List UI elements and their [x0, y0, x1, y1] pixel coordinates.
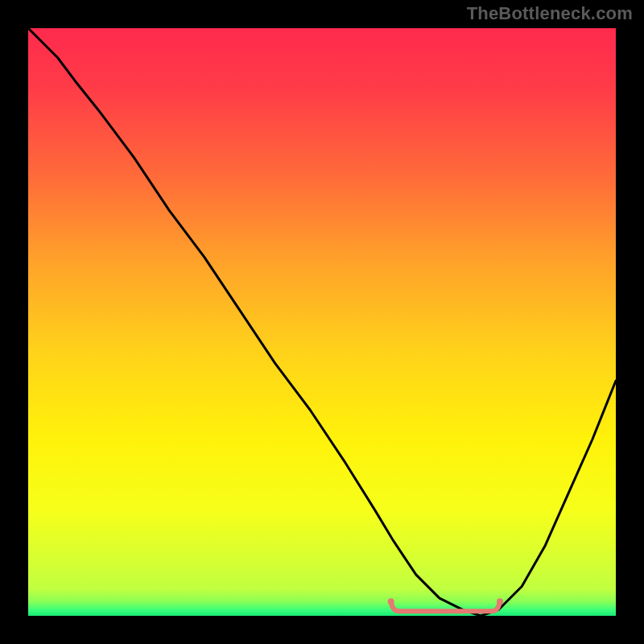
- gradient-background: [28, 28, 616, 616]
- svg-point-1: [388, 598, 394, 605]
- svg-point-2: [497, 598, 503, 605]
- chart-container: TheBottleneck.com: [0, 0, 644, 644]
- bottleneck-chart: [28, 28, 616, 616]
- plot-area: [28, 28, 616, 616]
- watermark-label: TheBottleneck.com: [467, 3, 633, 24]
